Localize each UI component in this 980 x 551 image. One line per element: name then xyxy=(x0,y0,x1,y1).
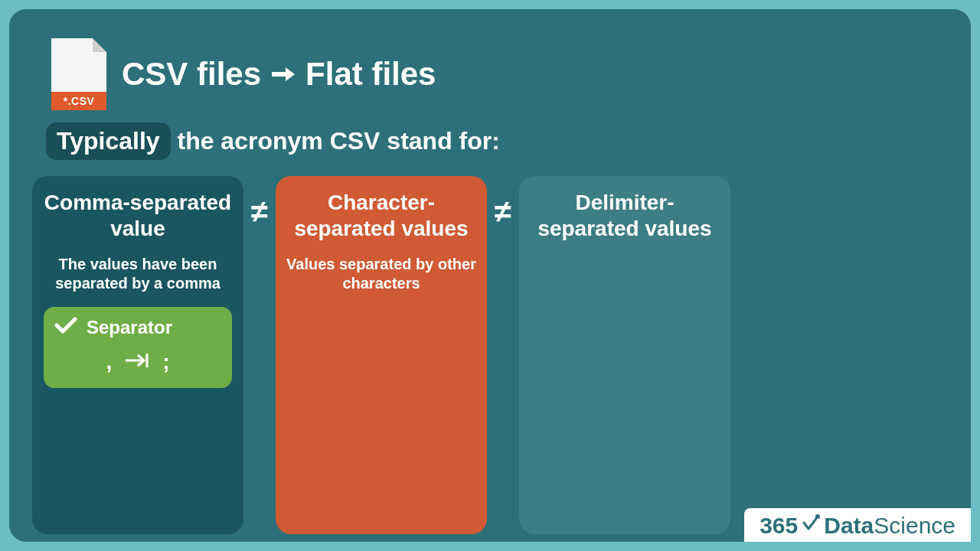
logo-word-science: Science xyxy=(874,513,956,539)
card-character-separated: Character-separated values Values separa… xyxy=(276,176,487,534)
separator-header: Separator xyxy=(54,316,221,339)
title-left: CSV files xyxy=(122,56,261,93)
cards-row: Comma-separated value The values have be… xyxy=(32,176,730,534)
separator-semicolon: ; xyxy=(162,350,169,374)
card-description: Values separated by other characters xyxy=(286,255,476,293)
page-title: CSV files Flat files xyxy=(122,56,436,93)
separator-comma: , xyxy=(106,350,112,374)
brand-logo: 365 DataScience xyxy=(744,508,971,542)
separator-label: Separator xyxy=(87,317,172,338)
subtitle-rest: the acronym CSV stand for: xyxy=(171,127,500,155)
file-extension-label: *.CSV xyxy=(51,92,106,110)
card-description: The values have been separated by a comm… xyxy=(43,255,233,293)
svg-point-2 xyxy=(815,514,820,519)
not-equal-icon: ≠ xyxy=(487,176,519,534)
card-title: Character-separated values xyxy=(286,190,476,241)
check-icon xyxy=(54,316,77,339)
logo-check-icon xyxy=(801,514,821,533)
not-equal-icon: ≠ xyxy=(243,176,276,534)
csv-file-icon: *.CSV xyxy=(51,38,106,110)
card-title: Comma-separated value xyxy=(43,190,233,241)
subtitle-highlight: Typically xyxy=(46,122,171,160)
card-delimiter-separated: Delimiter-separated values xyxy=(519,176,730,534)
title-right: Flat files xyxy=(305,56,436,93)
arrow-right-icon xyxy=(272,64,295,84)
separator-box: Separator , ; xyxy=(44,307,232,388)
card-title: Delimiter-separated values xyxy=(530,190,720,241)
tab-arrow-icon xyxy=(124,350,150,374)
card-comma-separated: Comma-separated value The values have be… xyxy=(32,176,243,534)
slide-container: *.CSV CSV files Flat files Typically the… xyxy=(9,9,971,542)
logo-prefix: 365 xyxy=(760,513,798,539)
logo-word-data: Data xyxy=(824,513,874,539)
separator-characters: , ; xyxy=(54,350,221,374)
subtitle: Typically the acronym CSV stand for: xyxy=(46,122,500,160)
header: *.CSV CSV files Flat files xyxy=(51,38,436,110)
